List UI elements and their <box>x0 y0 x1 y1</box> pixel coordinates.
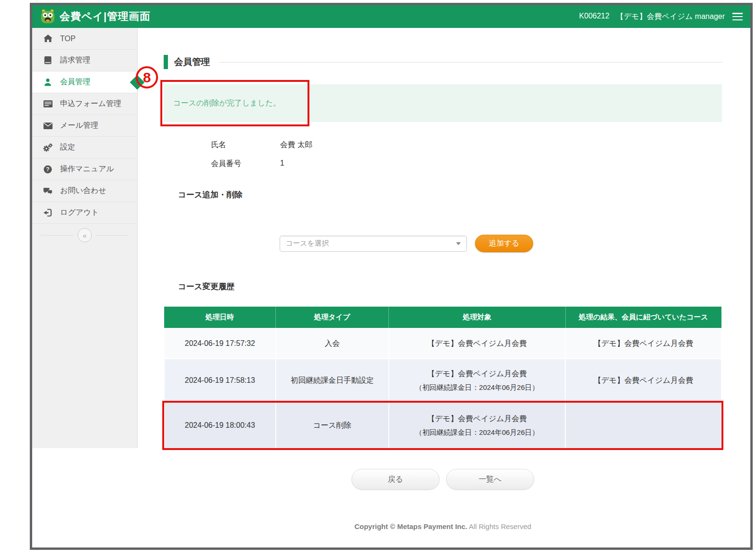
sidebar-collapse-button[interactable]: « <box>78 228 92 242</box>
sidebar-item-label: ログアウト <box>60 208 99 218</box>
brand-title: 会費ペイ|管理画面 <box>60 9 150 24</box>
cell-result: 【デモ】会費ペイジム月会費 <box>565 359 721 402</box>
question-icon: ? <box>43 165 53 174</box>
book-icon <box>43 56 53 64</box>
sidebar-item-label: 申込フォーム管理 <box>60 99 121 109</box>
table-row: 2024-06-19 17:57:32 入会 【デモ】会費ペイジム月会費 【デモ… <box>164 328 721 359</box>
to-list-button[interactable]: 一覧へ <box>446 469 534 490</box>
gears-icon <box>43 143 53 152</box>
mail-icon <box>43 123 53 129</box>
sidebar-item-mail[interactable]: メール管理 <box>32 115 137 137</box>
user-icon <box>43 78 53 86</box>
member-fields: 氏名 会費 太郎 会員番号 1 <box>211 140 722 169</box>
member-name-label: 氏名 <box>211 140 280 150</box>
history-section-title: コース変更履歴 <box>178 281 722 292</box>
cell-target-main: 【デモ】会費ペイジム月会費 <box>427 339 527 347</box>
member-name-row: 氏名 会費 太郎 <box>211 140 722 150</box>
sidebar-item-label: 会員管理 <box>60 77 90 87</box>
sidebar-item-manual[interactable]: ? 操作マニュアル <box>32 159 137 180</box>
cell-target: 【デモ】会費ペイジム月会費 <box>389 328 565 359</box>
mascot-logo-icon <box>40 9 56 24</box>
sidebar-item-contact[interactable]: お問い合わせ <box>32 180 137 202</box>
cell-datetime: 2024-06-19 17:58:13 <box>164 359 276 402</box>
member-number-row: 会員番号 1 <box>211 159 722 169</box>
sidebar-item-label: TOP <box>60 35 76 43</box>
brand[interactable]: 会費ペイ|管理画面 <box>40 9 150 24</box>
account-name: 【デモ】会費ペイジム manager <box>616 12 725 22</box>
sidebar-item-label: 設定 <box>60 142 75 152</box>
sidebar-item-label: 請求管理 <box>60 55 90 65</box>
page-title: 会員管理 <box>174 56 210 68</box>
member-number-value: 1 <box>280 159 284 169</box>
title-accent-bar <box>164 55 168 69</box>
sidebar-collapse-row: « <box>32 224 137 247</box>
chevron-down-icon <box>456 242 461 245</box>
course-select-placeholder: コースを選択 <box>286 239 329 248</box>
back-button[interactable]: 戻る <box>352 469 440 490</box>
table-header-row: 処理日時 処理タイプ 処理対象 処理の結果、会員に紐づいていたコース <box>164 307 721 328</box>
member-number-label: 会員番号 <box>211 159 280 169</box>
sidebar-item-top[interactable]: TOP <box>32 28 137 50</box>
sidebar-item-application-forms[interactable]: 申込フォーム管理 <box>32 93 137 115</box>
svg-text:?: ? <box>46 166 49 173</box>
history-table: 処理日時 処理タイプ 処理対象 処理の結果、会員に紐づいていたコース 2024-… <box>164 307 722 449</box>
flash-message: コースの削除が完了しました。 <box>164 84 722 122</box>
add-course-button[interactable]: 追加する <box>475 235 533 252</box>
course-add-row: コースを選択 追加する <box>280 235 722 252</box>
sidebar-item-members[interactable]: 会員管理 <box>32 71 137 93</box>
chat-icon <box>43 187 53 195</box>
copyright-company: Copyright © Metaps Payment Inc. <box>354 522 467 530</box>
col-header-datetime: 処理日時 <box>164 307 276 328</box>
hamburger-menu-icon[interactable] <box>732 13 743 20</box>
cell-target: 【デモ】会費ペイジム月会費 （初回継続課金日：2024年06月26日） <box>389 402 565 449</box>
cell-type: 入会 <box>276 328 389 359</box>
admin-window: 会費ペイ|管理画面 K006212 【デモ】会費ペイジム manager TOP <box>30 3 753 550</box>
cell-target-main: 【デモ】会費ペイジム月会費 <box>427 370 527 378</box>
table-row-highlighted: 2024-06-19 18:00:43 コース削除 【デモ】会費ペイジム月会費 … <box>164 402 721 449</box>
course-section-title: コース追加・削除 <box>178 189 722 200</box>
sidebar-item-label: 操作マニュアル <box>60 164 114 174</box>
cell-type: 初回継続課金日手動設定 <box>276 359 389 402</box>
table-row: 2024-06-19 17:58:13 初回継続課金日手動設定 【デモ】会費ペイ… <box>164 359 721 402</box>
cell-target: 【デモ】会費ペイジム月会費 （初回継続課金日：2024年06月26日） <box>389 359 565 402</box>
cell-target-main: 【デモ】会費ペイジム月会費 <box>427 415 527 423</box>
cell-datetime: 2024-06-19 17:57:32 <box>164 328 276 359</box>
sidebar-item-label: メール管理 <box>60 121 98 131</box>
copyright-footer: Copyright © Metaps Payment Inc. All Righ… <box>164 522 722 530</box>
copyright-rest: All Rights Reserved <box>467 522 531 530</box>
annotation-number: 8 <box>143 70 151 86</box>
sidebar-item-logout[interactable]: ログアウト <box>32 202 137 224</box>
cell-target-sub: （初回継続課金日：2024年06月26日） <box>389 428 565 437</box>
sidebar: TOP 請求管理 会員管理 <box>32 28 138 448</box>
page-title-row: 会員管理 <box>164 55 722 69</box>
tenant-id: K006212 <box>579 12 609 22</box>
flash-wrap: コースの削除が完了しました。 <box>164 84 722 122</box>
cell-result <box>565 402 721 449</box>
sidebar-item-billing[interactable]: 請求管理 <box>32 50 137 71</box>
col-header-result: 処理の結果、会員に紐づいていたコース <box>565 307 721 328</box>
sidebar-item-settings[interactable]: 設定 <box>32 137 137 159</box>
annotation-step-circle: 8 <box>136 66 158 88</box>
action-buttons: 戻る 一覧へ <box>164 469 722 490</box>
history-table-wrap: 処理日時 処理タイプ 処理対象 処理の結果、会員に紐づいていたコース 2024-… <box>164 307 722 449</box>
app-header: 会費ペイ|管理画面 K006212 【デモ】会費ペイジム manager <box>32 5 750 28</box>
member-name-value: 会費 太郎 <box>280 140 312 150</box>
form-icon <box>43 100 53 107</box>
cell-type: コース削除 <box>276 402 389 449</box>
col-header-target: 処理対象 <box>389 307 565 328</box>
cell-target-sub: （初回継続課金日：2024年06月26日） <box>389 383 565 392</box>
home-icon <box>43 35 53 43</box>
account-info[interactable]: K006212 【デモ】会費ペイジム manager <box>579 12 725 22</box>
cell-result: 【デモ】会費ペイジム月会費 <box>565 328 721 359</box>
chevron-left-double-icon: « <box>83 231 87 239</box>
flash-message-text: コースの削除が完了しました。 <box>173 98 281 108</box>
main-content: 8 会員管理 コースの削除が完了しました。 氏名 会費 太郎 会員番号 <box>138 28 750 530</box>
sidebar-item-label: お問い合わせ <box>60 186 106 196</box>
course-select[interactable]: コースを選択 <box>280 236 467 252</box>
cell-datetime: 2024-06-19 18:00:43 <box>164 402 276 449</box>
logout-icon <box>43 209 53 217</box>
title-rule <box>220 62 722 62</box>
col-header-type: 処理タイプ <box>276 307 389 328</box>
